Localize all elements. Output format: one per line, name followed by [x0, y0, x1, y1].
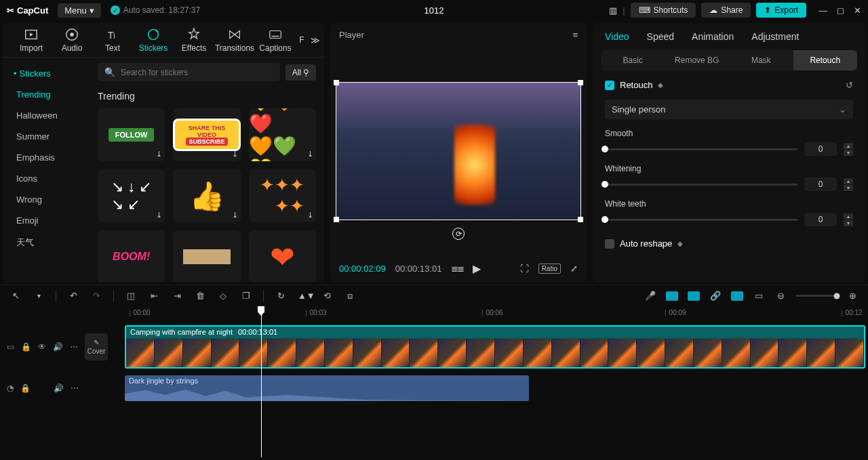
sticker-subscribe[interactable]: SHARE THIS VIDEOSUBSCRIBE⤓ — [173, 108, 240, 161]
tab-audio[interactable]: Audio — [52, 27, 92, 53]
tab-animation[interactable]: Animation — [692, 31, 734, 42]
tab-filters[interactable]: F — [296, 35, 308, 45]
playhead[interactable] — [261, 306, 262, 457]
smooth-slider[interactable] — [605, 148, 797, 150]
resize-handle-tl[interactable] — [334, 80, 339, 85]
cat-icons[interactable]: Icons — [3, 168, 90, 189]
cat-summer[interactable]: Summer — [3, 126, 90, 147]
track-more-icon[interactable]: ⋯ — [71, 383, 79, 393]
tab-speed[interactable]: Speed — [647, 31, 674, 42]
tool-chevron[interactable]: ▾ — [33, 292, 45, 299]
track-lock-icon[interactable]: 🔒 — [21, 342, 31, 352]
rotate-handle[interactable]: ⟳ — [452, 228, 465, 240]
whitening-slider[interactable] — [605, 184, 797, 186]
person-mode-select[interactable]: Single person⌄ — [605, 100, 853, 119]
whiteteeth-up[interactable]: ▴ — [844, 213, 853, 219]
split-button[interactable]: ◫ — [125, 291, 137, 301]
maximize-button[interactable]: ◻ — [837, 5, 844, 16]
whiteteeth-slider[interactable] — [605, 219, 797, 221]
duplicate-button[interactable]: ❐ — [240, 291, 252, 301]
sticker-search[interactable]: 🔍 — [98, 63, 280, 81]
whiteteeth-value[interactable]: 0 — [804, 213, 837, 226]
mirror-button[interactable]: ▲▼ — [298, 291, 310, 301]
smooth-down[interactable]: ▾ — [844, 150, 853, 156]
link-icon[interactable]: 🔗 — [709, 291, 722, 301]
download-icon[interactable]: ⤓ — [156, 211, 162, 219]
tab-stickers[interactable]: Stickers — [133, 27, 174, 53]
compare-icon[interactable]: ≣≣ — [451, 264, 463, 274]
fullscreen-icon[interactable]: ⤢ — [570, 264, 578, 274]
cat-halloween[interactable]: Halloween — [3, 105, 90, 126]
tab-video[interactable]: Video — [605, 31, 629, 42]
crop-focus-icon[interactable]: ⛶ — [520, 264, 529, 274]
filter-button[interactable]: All⚲ — [285, 64, 316, 81]
tab-transitions[interactable]: Transitions — [214, 27, 255, 53]
video-track[interactable]: Camping with campfire at night00:00:13:0… — [122, 322, 868, 371]
track-more-icon[interactable]: ⋯ — [70, 342, 78, 352]
smooth-value[interactable]: 0 — [804, 142, 837, 156]
play-button[interactable]: ▶ — [473, 262, 481, 275]
zoom-out-button[interactable]: ⊖ — [774, 291, 787, 301]
download-icon[interactable]: ⤓ — [307, 150, 313, 159]
whiteteeth-down[interactable]: ▾ — [844, 220, 853, 226]
resize-handle-tr[interactable] — [578, 80, 583, 85]
close-button[interactable]: ✕ — [854, 5, 861, 16]
player-menu-icon[interactable]: ≡ — [572, 30, 578, 40]
sticker-tape[interactable] — [173, 230, 240, 282]
minimize-button[interactable]: — — [818, 5, 827, 16]
shortcuts-button[interactable]: ⌨Shortcuts — [631, 3, 696, 18]
sticker-arrows[interactable]: ↘ ↓ ↙↘ ↙⤓ — [98, 169, 165, 222]
sticker-heart[interactable]: ❤ — [249, 230, 316, 282]
select-tool[interactable]: ↖ — [9, 291, 22, 301]
tab-captions[interactable]: Captions — [255, 27, 296, 53]
whitening-up[interactable]: ▴ — [844, 178, 853, 184]
retouch-checkbox[interactable]: ✓ — [605, 81, 614, 90]
marker-button[interactable]: ◇ — [217, 291, 229, 301]
timeline-ruler[interactable]: 00:00 00:03 00:06 00:09 00:12 — [122, 306, 868, 322]
trim-right-button[interactable]: ⇥ — [171, 291, 183, 301]
resize-handle-br[interactable] — [578, 217, 583, 222]
track-mute-icon[interactable]: 🔊 — [53, 342, 63, 352]
export-button[interactable]: ⬆Export — [756, 3, 806, 18]
subtab-retouch[interactable]: Retouch — [793, 50, 858, 70]
tab-text[interactable]: TIText — [92, 27, 133, 53]
video-clip[interactable]: Camping with campfire at night00:00:13:0… — [125, 325, 865, 369]
cat-weather[interactable]: 天气 — [3, 231, 90, 254]
thumbnail-icon[interactable]: ▭ — [753, 291, 765, 301]
subtab-removebg[interactable]: Remove BG — [665, 50, 730, 70]
sticker-follow[interactable]: FOLLOW⤓ — [98, 108, 165, 161]
audio-track[interactable]: Dark jingle by strings — [122, 371, 868, 405]
reverse-button[interactable]: ↻ — [275, 291, 287, 301]
preview-toggle[interactable] — [731, 291, 743, 301]
sticker-boom[interactable]: BOOM! — [98, 230, 165, 282]
subtab-mask[interactable]: Mask — [729, 50, 793, 70]
download-icon[interactable]: ⤓ — [307, 211, 313, 219]
cat-trending[interactable]: Trending — [3, 84, 90, 105]
tab-effects[interactable]: Effects — [174, 27, 214, 53]
keyframe-icon[interactable]: ◆ — [658, 81, 663, 89]
track-collapse-icon[interactable]: ▭ — [7, 342, 14, 352]
magnet-toggle-2[interactable] — [688, 291, 700, 301]
track-eye-icon[interactable]: 👁 — [38, 342, 46, 352]
reset-icon[interactable]: ↺ — [846, 80, 853, 90]
video-frame[interactable]: ⟳ — [336, 82, 581, 220]
sticker-thumbsup[interactable]: 👍⤓ — [173, 169, 240, 222]
sticker-hearts[interactable]: 💛🧡❤️🧡💚💛⤓ — [249, 108, 316, 161]
smooth-up[interactable]: ▴ — [844, 143, 853, 149]
delete-button[interactable]: 🗑 — [194, 291, 206, 301]
whitening-down[interactable]: ▾ — [844, 185, 853, 191]
sticker-sparkle-arc[interactable]: ✦✦✦ ✦✦⤓ — [249, 169, 316, 222]
tab-adjustment[interactable]: Adjustment — [751, 31, 799, 42]
magnet-toggle-1[interactable] — [666, 291, 678, 301]
keyframe-icon[interactable]: ◆ — [677, 240, 683, 247]
search-input[interactable] — [121, 68, 273, 77]
tab-import[interactable]: Import — [11, 27, 52, 53]
more-tabs-icon[interactable]: ≫ — [311, 35, 320, 45]
whitening-value[interactable]: 0 — [804, 177, 837, 191]
sticker-root[interactable]: • Stickers — [3, 63, 90, 84]
audio-clip[interactable]: Dark jingle by strings — [125, 375, 529, 401]
ratio-button[interactable]: Ratio — [538, 264, 561, 274]
player-viewport[interactable]: ⟳ — [330, 47, 587, 255]
subtab-basic[interactable]: Basic — [601, 50, 665, 70]
download-icon[interactable]: ⤓ — [232, 211, 238, 219]
